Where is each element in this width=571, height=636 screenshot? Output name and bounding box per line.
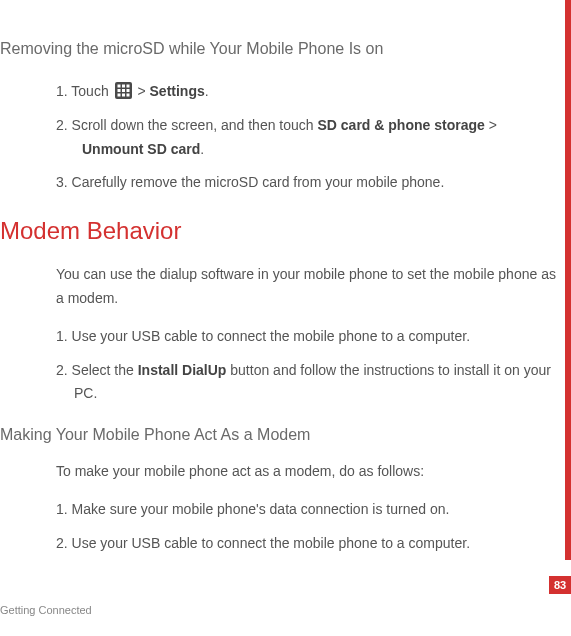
svg-rect-3 bbox=[126, 85, 129, 88]
svg-rect-7 bbox=[117, 94, 120, 97]
install-dialup-label: Install DialUp bbox=[138, 362, 227, 378]
step-1-touch-settings: 1. Touch > Settings. bbox=[56, 80, 561, 104]
svg-rect-9 bbox=[126, 94, 129, 97]
act-modem-step-2: 2. Use your USB cable to connect the mob… bbox=[56, 532, 561, 556]
document-page: Removing the microSD while Your Mobile P… bbox=[0, 0, 571, 556]
modem-intro-text: You can use the dialup software in your … bbox=[56, 263, 561, 311]
modem-step-2: 2. Select the Install DialUp button and … bbox=[56, 359, 561, 407]
step2-text-e: . bbox=[200, 141, 204, 157]
settings-label: Settings bbox=[150, 83, 205, 99]
step1-text-b: > bbox=[134, 83, 150, 99]
step-2-scroll-touch: 2. Scroll down the screen, and then touc… bbox=[56, 114, 561, 162]
svg-rect-1 bbox=[117, 85, 120, 88]
svg-rect-6 bbox=[126, 89, 129, 92]
act-modem-step-1: 1. Make sure your mobile phone's data co… bbox=[56, 498, 561, 522]
svg-rect-4 bbox=[117, 89, 120, 92]
step2-text-a: 2. Scroll down the screen, and then touc… bbox=[56, 117, 318, 133]
step-3-remove-card: 3. Carefully remove the microSD card fro… bbox=[56, 171, 561, 195]
apps-grid-icon bbox=[115, 82, 132, 99]
modem-step-1: 1. Use your USB cable to connect the mob… bbox=[56, 325, 561, 349]
step2-text-c: > bbox=[485, 117, 497, 133]
modem-step2-a: 2. Select the bbox=[56, 362, 138, 378]
heading-act-as-modem: Making Your Mobile Phone Act As a Modem bbox=[0, 426, 561, 444]
side-accent-bar bbox=[565, 0, 571, 560]
svg-rect-5 bbox=[122, 89, 125, 92]
heading-remove-microsd: Removing the microSD while Your Mobile P… bbox=[0, 40, 561, 58]
sd-storage-label: SD card & phone storage bbox=[318, 117, 485, 133]
heading-modem-behavior: Modem Behavior bbox=[0, 217, 561, 245]
footer-section-name: Getting Connected bbox=[0, 604, 92, 616]
step1-text-d: . bbox=[205, 83, 209, 99]
svg-rect-8 bbox=[122, 94, 125, 97]
step1-text-a: 1. Touch bbox=[56, 83, 113, 99]
svg-rect-2 bbox=[122, 85, 125, 88]
page-number-tab: 83 bbox=[549, 576, 571, 594]
act-modem-intro: To make your mobile phone act as a modem… bbox=[56, 460, 561, 484]
unmount-label: Unmount SD card bbox=[82, 141, 200, 157]
